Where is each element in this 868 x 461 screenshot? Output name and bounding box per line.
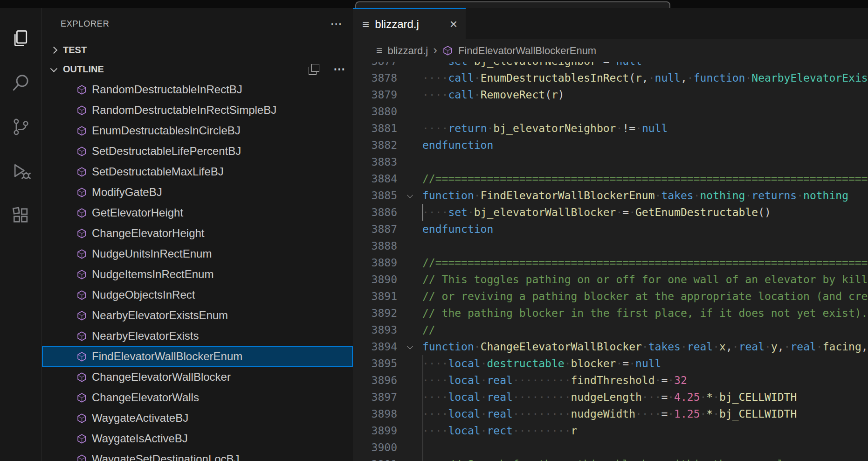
token: call: [448, 89, 474, 101]
code-line-content[interactable]: endfunction: [422, 221, 868, 237]
code-line-content[interactable]: ····set·bj_elevatorWallBlocker·=·GetEnum…: [422, 204, 868, 221]
line-number[interactable]: 3896: [353, 374, 397, 386]
code-line-content[interactable]: // This toggles pathing on or off for on…: [422, 271, 868, 288]
explorer-icon[interactable]: [11, 28, 31, 49]
command-center[interactable]: [355, 1, 670, 8]
token: nothing: [803, 189, 848, 202]
outline-item[interactable]: GetElevatorHeight: [42, 203, 353, 223]
line-number[interactable]: 3877: [353, 62, 397, 67]
outline-more-actions-icon[interactable]: ⋯: [333, 63, 345, 75]
outline-item[interactable]: SetDestructableLifePercentBJ: [42, 141, 353, 161]
line-number[interactable]: 3878: [353, 72, 397, 84]
outline-item[interactable]: EnumDestructablesInCircleBJ: [42, 120, 353, 141]
line-number[interactable]: 3880: [353, 105, 397, 118]
token: ·: [642, 341, 648, 353]
code-line-content[interactable]: ····local·real·········nudgeWidth····=·1…: [422, 405, 868, 422]
line-number[interactable]: 3882: [353, 139, 397, 151]
code-line-content[interactable]: ····return·bj_elevatorNeighbor·!=·null: [422, 120, 868, 137]
outline-item[interactable]: FindElevatorWallBlockerEnum: [42, 346, 353, 367]
code-line-content[interactable]: ····// Search for the pathing blocker wi…: [422, 456, 868, 461]
collapse-all-icon[interactable]: [309, 64, 319, 75]
outline-item[interactable]: ModifyGateBJ: [42, 182, 353, 203]
line-number[interactable]: 3899: [353, 425, 397, 437]
line-number[interactable]: 3884: [353, 173, 397, 185]
code-line-content[interactable]: // or reviving a pathing blocker at the …: [422, 288, 868, 305]
outline-item[interactable]: ChangeElevatorHeight: [42, 223, 353, 244]
search-icon[interactable]: [11, 72, 31, 93]
token: ····: [422, 206, 448, 218]
run-debug-icon[interactable]: [11, 161, 31, 182]
code-line-content[interactable]: ····set·bj_elevatorNeighbor·=·null: [422, 62, 868, 70]
code-line-content[interactable]: function·FindElevatorWallBlockerEnum·tak…: [422, 187, 868, 204]
code-line-content[interactable]: ····local·rect·········r: [422, 422, 868, 439]
explorer-more-actions-icon[interactable]: ⋯: [330, 18, 343, 30]
outline-item[interactable]: SetDestructableMaxLifeBJ: [42, 161, 353, 182]
outline-item[interactable]: NudgeItemsInRectEnum: [42, 264, 353, 285]
outline-item[interactable]: NudgeObjectsInRect: [42, 285, 353, 305]
outline-item[interactable]: WaygateSetDestinationLocBJ: [42, 449, 353, 461]
breadcrumb-symbol[interactable]: FindElevatorWallBlockerEnum: [458, 45, 596, 57]
code-line-content[interactable]: function·ChangeElevatorWallBlocker·takes…: [422, 338, 868, 355]
line-number[interactable]: 3889: [353, 257, 397, 269]
code-line-content[interactable]: [422, 103, 868, 120]
outline-item[interactable]: NudgeUnitsInRectEnum: [42, 244, 353, 264]
line-number[interactable]: 3891: [353, 290, 397, 302]
outline-item[interactable]: WaygateIsActiveBJ: [42, 428, 353, 449]
code-line-content[interactable]: endfunction: [422, 137, 868, 154]
token: ·: [481, 408, 487, 420]
tab-blizzard-j[interactable]: ≡ blizzard.j ×: [353, 8, 466, 39]
code-area[interactable]: 3877····set·bj_elevatorNeighbor·=·null38…: [353, 62, 868, 461]
line-number[interactable]: 3893: [353, 324, 397, 336]
fold-chevron-icon[interactable]: [397, 345, 422, 349]
token: =: [661, 408, 668, 420]
fold-chevron-icon[interactable]: [397, 194, 422, 198]
token: endfunction: [422, 139, 493, 151]
code-line-content[interactable]: [422, 237, 868, 254]
code-line-content[interactable]: ····local·destructable·blocker·=·null: [422, 355, 868, 372]
outline-item[interactable]: RandomDestructableInRectSimpleBJ: [42, 100, 353, 120]
code-line-content[interactable]: ····local·real·········nudgeLength···=·4…: [422, 389, 868, 405]
line-number[interactable]: 3883: [353, 156, 397, 168]
line-number[interactable]: 3901: [353, 458, 397, 461]
code-line: 3878····call·EnumDestructablesInRect(r,·…: [353, 70, 868, 86]
line-number[interactable]: 3881: [353, 122, 397, 134]
outline-item[interactable]: NearbyElevatorExists: [42, 326, 353, 346]
code-line-content[interactable]: [422, 439, 868, 456]
code-line-content[interactable]: //: [422, 321, 868, 338]
line-number[interactable]: 3886: [353, 206, 397, 218]
outline-item[interactable]: WaygateActivateBJ: [42, 408, 353, 428]
line-number[interactable]: 3890: [353, 273, 397, 286]
line-number[interactable]: 3887: [353, 223, 397, 235]
token: ·: [765, 341, 771, 353]
code-line-content[interactable]: //======================================…: [422, 254, 868, 271]
line-number[interactable]: 3892: [353, 307, 397, 319]
token: bj_CELLWIDTH: [719, 408, 797, 420]
code-line-content[interactable]: ····call·EnumDestructablesInRect(r,·null…: [422, 70, 868, 86]
code-line-content[interactable]: [422, 154, 868, 170]
section-test[interactable]: TEST: [42, 41, 353, 59]
code-line-content[interactable]: ····call·RemoveRect(r): [422, 86, 868, 103]
code-line-content[interactable]: //======================================…: [422, 170, 868, 187]
outline-item[interactable]: RandomDestructableInRectBJ: [42, 79, 353, 100]
outline-item[interactable]: NearbyElevatorExistsEnum: [42, 305, 353, 326]
line-number[interactable]: 3898: [353, 408, 397, 420]
code-line-content[interactable]: ····local·real·········findThreshold·=·3…: [422, 372, 868, 389]
code-line: 3884//==================================…: [353, 170, 868, 187]
line-number[interactable]: 3885: [353, 189, 397, 202]
line-number[interactable]: 3894: [353, 341, 397, 353]
extensions-icon[interactable]: [11, 205, 31, 226]
section-outline[interactable]: OUTLINE ⋯: [42, 59, 353, 79]
code-line-content[interactable]: // the pathing blocker in the first plac…: [422, 305, 868, 321]
source-control-icon[interactable]: [11, 117, 31, 137]
line-number[interactable]: 3895: [353, 357, 397, 370]
line-number[interactable]: 3900: [353, 441, 397, 454]
outline-item[interactable]: ChangeElevatorWallBlocker: [42, 367, 353, 387]
tab-close-icon[interactable]: ×: [450, 18, 457, 31]
outline-item-label: RandomDestructableInRectSimpleBJ: [92, 104, 276, 117]
line-number[interactable]: 3888: [353, 240, 397, 252]
outline-item[interactable]: ChangeElevatorWalls: [42, 387, 353, 408]
line-number[interactable]: 3879: [353, 89, 397, 101]
token: *: [706, 391, 713, 403]
line-number[interactable]: 3897: [353, 391, 397, 403]
breadcrumb-file[interactable]: blizzard.j: [387, 45, 428, 57]
